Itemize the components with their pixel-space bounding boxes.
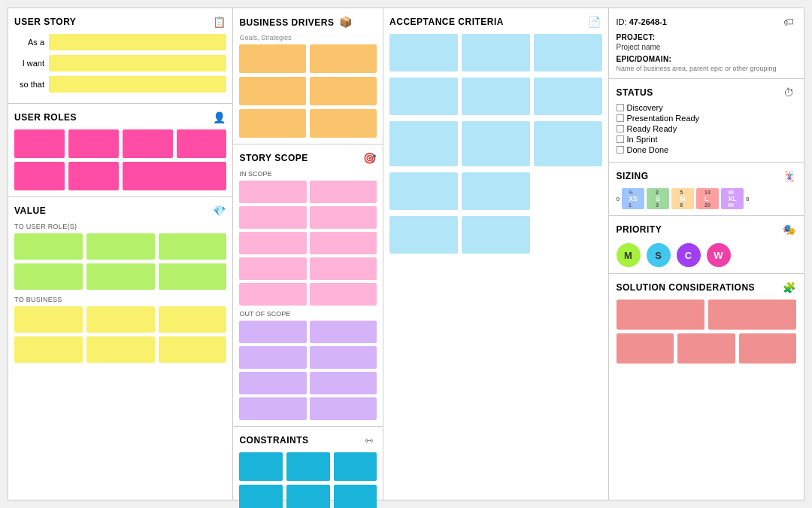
- priority-m[interactable]: M: [617, 243, 641, 267]
- ac-block-14[interactable]: [462, 216, 530, 254]
- role-block-5[interactable]: [14, 162, 65, 190]
- ac-block-6[interactable]: [534, 78, 602, 115]
- tshirt-m-shape[interactable]: 5 M 8: [671, 188, 694, 209]
- tshirt-xl-shape[interactable]: 40 XL 60: [721, 188, 744, 209]
- orange-block-4[interactable]: [310, 77, 377, 105]
- pink-light-10[interactable]: [310, 283, 377, 306]
- ac-block-4[interactable]: [389, 78, 458, 115]
- blue-block-3[interactable]: [334, 452, 377, 481]
- green-block-5[interactable]: [86, 263, 155, 290]
- status-item-discovery[interactable]: Discovery: [617, 103, 797, 112]
- tshirt-xl[interactable]: 40 XL 60: [721, 188, 744, 209]
- salmon-block-5[interactable]: [739, 333, 797, 364]
- pink-light-3[interactable]: [239, 206, 306, 229]
- tshirt-xs-shape[interactable]: ½ XS 1: [622, 188, 644, 209]
- orange-block-2[interactable]: [310, 44, 377, 73]
- in-sprint-checkbox[interactable]: [617, 135, 624, 143]
- pink-light-1[interactable]: [239, 181, 306, 203]
- i-want-block[interactable]: [49, 55, 226, 71]
- ac-block-8[interactable]: [462, 121, 530, 166]
- role-block-2[interactable]: [68, 129, 119, 158]
- role-block-6[interactable]: [68, 162, 119, 190]
- yellow-sq-3[interactable]: [159, 306, 227, 333]
- ac-block-13[interactable]: [389, 216, 458, 254]
- tshirt-xs[interactable]: ½ XS 1: [622, 188, 644, 209]
- purple-light-6[interactable]: [310, 372, 377, 394]
- blue-block-1[interactable]: [239, 452, 283, 481]
- purple-light-2[interactable]: [310, 321, 377, 343]
- pink-light-2[interactable]: [310, 181, 377, 203]
- green-block-1[interactable]: [14, 233, 83, 260]
- pink-light-6[interactable]: [310, 232, 377, 254]
- done-done-checkbox[interactable]: [617, 146, 624, 154]
- orange-block-6[interactable]: [310, 109, 377, 138]
- ready-ready-checkbox[interactable]: [617, 125, 624, 132]
- purple-light-1[interactable]: [239, 321, 306, 343]
- priority-c[interactable]: C: [677, 243, 701, 267]
- pink-light-8[interactable]: [310, 257, 377, 280]
- out-scope-label: OUT OF SCOPE: [239, 310, 377, 318]
- tshirt-l-shape[interactable]: 13 L 20: [696, 188, 719, 209]
- role-block-1[interactable]: [14, 129, 65, 158]
- status-item-ready-ready[interactable]: Ready Ready: [617, 124, 797, 133]
- status-item-done-done[interactable]: Done Done: [617, 145, 797, 154]
- tshirt-s-shape[interactable]: 2 S 3: [647, 188, 669, 209]
- role-block-3[interactable]: [123, 129, 173, 158]
- purple-light-7[interactable]: [239, 397, 306, 420]
- green-block-6[interactable]: [159, 263, 227, 290]
- discovery-checkbox[interactable]: [617, 104, 624, 111]
- yellow-sq-2[interactable]: [86, 306, 155, 333]
- pink-light-5[interactable]: [239, 232, 306, 254]
- pink-light-9[interactable]: [239, 283, 306, 306]
- tshirt-l[interactable]: 13 L 20: [696, 188, 719, 209]
- yellow-sq-6[interactable]: [159, 336, 227, 363]
- purple-light-4[interactable]: [310, 346, 377, 369]
- priority-w[interactable]: W: [707, 243, 731, 267]
- green-block-2[interactable]: [86, 233, 155, 260]
- epic-value[interactable]: Name of business area, parent epic or ot…: [617, 65, 797, 72]
- ac-block-9[interactable]: [534, 121, 602, 166]
- blue-block-6[interactable]: [334, 485, 377, 508]
- purple-light-3[interactable]: [239, 346, 306, 369]
- blue-block-4[interactable]: [239, 485, 283, 508]
- project-value[interactable]: Project name: [617, 43, 797, 51]
- ac-block-1[interactable]: [389, 34, 458, 71]
- size-num-end: 8: [746, 196, 749, 202]
- presentation-ready-checkbox[interactable]: [617, 114, 624, 122]
- as-a-block[interactable]: [49, 34, 226, 50]
- ac-block-5[interactable]: [462, 78, 530, 115]
- salmon-block-2[interactable]: [708, 300, 796, 330]
- green-block-4[interactable]: [14, 263, 83, 290]
- yellow-sq-5[interactable]: [86, 336, 155, 363]
- tshirt-m[interactable]: 5 M 8: [671, 188, 694, 209]
- role-block-4[interactable]: [177, 129, 227, 158]
- ac-block-11[interactable]: [462, 172, 530, 210]
- green-block-3[interactable]: [159, 233, 227, 260]
- ac-block-2[interactable]: [462, 34, 530, 71]
- status-item-presentation-ready[interactable]: Presentation Ready: [617, 114, 797, 123]
- blue-block-5[interactable]: [286, 485, 330, 508]
- priority-s[interactable]: S: [647, 243, 671, 267]
- salmon-block-1[interactable]: [617, 300, 704, 330]
- blue-block-2[interactable]: [286, 452, 330, 481]
- yellow-sq-1[interactable]: [14, 306, 83, 333]
- pink-light-7[interactable]: [239, 257, 306, 280]
- ac-block-7[interactable]: [389, 121, 458, 166]
- ac-block-3[interactable]: [534, 34, 602, 71]
- salmon-block-4[interactable]: [677, 333, 735, 364]
- constraints-title: CONSTRAINTS: [239, 435, 308, 446]
- salmon-block-3[interactable]: [617, 333, 674, 364]
- orange-block-3[interactable]: [239, 77, 306, 105]
- role-block-7[interactable]: [123, 162, 227, 190]
- status-item-in-sprint[interactable]: In Sprint: [617, 135, 797, 144]
- ac-block-10[interactable]: [389, 172, 458, 210]
- tshirt-s[interactable]: 2 S 3: [647, 188, 669, 209]
- yellow-sq-4[interactable]: [14, 336, 83, 363]
- value-green-grid: [14, 233, 226, 290]
- orange-block-1[interactable]: [239, 44, 306, 73]
- purple-light-8[interactable]: [310, 397, 377, 420]
- purple-light-5[interactable]: [239, 372, 306, 394]
- so-that-block[interactable]: [49, 76, 226, 93]
- pink-light-4[interactable]: [310, 206, 377, 229]
- orange-block-5[interactable]: [239, 109, 306, 138]
